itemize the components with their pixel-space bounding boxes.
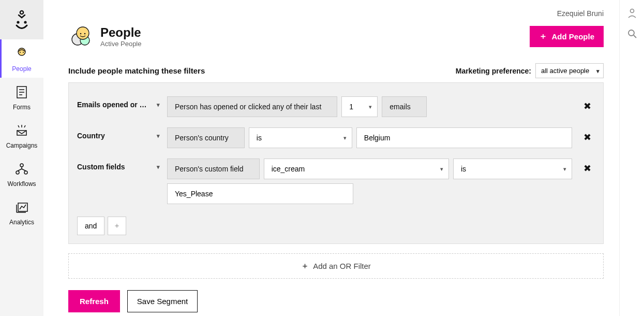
filter-group: Emails opened or cli… ▾ Person has opene… [68,82,604,244]
filter-attribute: Person's custom field [167,159,260,179]
svg-point-27 [84,33,86,35]
sidebar-item-label: Forms [13,104,31,111]
analytics-icon [13,199,30,216]
and-filter-button[interactable]: and [77,217,104,235]
svg-line-13 [24,125,25,127]
add-or-filter-button[interactable]: ＋ Add an OR Filter [68,253,604,279]
filter-count-select[interactable]: 1 [341,96,378,117]
remove-filter-button[interactable]: ✖ [579,159,595,174]
forms-icon [13,84,30,100]
filter-value-input[interactable]: Belgium [356,127,572,148]
marketing-pref-label: Marketing preference: [456,67,531,75]
workflows-icon [13,161,30,177]
main-content: Ezequiel Bruni People Active People [43,0,619,316]
sidebar-item-label: People [12,65,31,73]
svg-line-11 [18,125,19,127]
svg-point-1 [17,21,19,23]
chevron-down-icon: ▾ [157,102,160,108]
svg-line-18 [18,169,22,171]
filters-heading: Include people matching these filters [68,66,205,75]
svg-point-4 [20,52,21,53]
filter-description: Person has opened or clicked any of thei… [167,96,337,117]
remove-filter-button[interactable]: ✖ [579,96,595,112]
campaigns-icon [13,122,30,139]
filter-attribute: Person's country [167,127,245,148]
add-and-filter-button[interactable]: ＋ [108,217,126,235]
svg-line-19 [22,169,26,171]
filter-value-input[interactable]: Yes_Please [167,183,353,204]
svg-point-15 [16,171,19,174]
profile-icon[interactable] [626,7,638,19]
filter-type-select[interactable]: Country ▾ [77,127,160,140]
app-logo[interactable] [0,0,43,39]
page-subtitle: Active People [100,40,142,48]
sidebar-item-label: Campaigns [6,142,38,149]
svg-point-14 [20,164,23,167]
svg-point-25 [77,27,89,39]
svg-point-26 [80,33,82,35]
chevron-down-icon: ▾ [157,133,160,139]
remove-filter-button[interactable]: ✖ [579,127,595,143]
filter-row-custom-field: Custom fields ▾ Person's custom field ic… [77,153,595,209]
right-rail [619,0,644,316]
custom-field-select[interactable]: ice_cream [264,159,449,179]
chevron-down-icon: ▾ [157,164,160,170]
sidebar-item-people[interactable]: People [0,39,43,78]
filter-unit: emails [382,96,426,117]
marketing-pref-select[interactable]: all active people [535,63,604,78]
sidebar-item-analytics[interactable]: Analytics [0,193,43,231]
svg-point-2 [24,21,26,23]
current-user-name[interactable]: Ezequiel Bruni [557,9,604,18]
add-people-button[interactable]: ＋ Add People [530,26,604,47]
sidebar-item-campaigns[interactable]: Campaigns [0,116,43,154]
sidebar: People Forms Campaigns Workflows Analyti… [0,0,43,316]
filter-row-emails: Emails opened or cli… ▾ Person has opene… [77,91,595,122]
search-icon[interactable] [626,28,638,39]
people-icon [13,46,30,62]
svg-point-0 [20,11,23,14]
sidebar-item-forms[interactable]: Forms [0,78,43,116]
sidebar-item-workflows[interactable]: Workflows [0,154,43,193]
filter-operator-select[interactable]: is [453,159,572,179]
filter-type-select[interactable]: Custom fields ▾ [77,159,160,171]
plus-icon: ＋ [301,261,309,271]
add-people-label: Add People [551,32,594,41]
sidebar-item-label: Analytics [9,219,34,226]
svg-point-29 [628,30,634,36]
filter-row-country: Country ▾ Person's country is Belgium ✖ [77,122,595,153]
sidebar-item-label: Workflows [7,180,36,188]
refresh-button[interactable]: Refresh [68,290,120,312]
people-header-icon [68,24,93,49]
page-title: People [100,25,142,40]
svg-point-5 [23,52,24,53]
save-segment-button[interactable]: Save Segment [127,290,198,312]
plus-icon: ＋ [539,32,547,40]
filter-type-select[interactable]: Emails opened or cli… ▾ [77,96,160,109]
svg-point-28 [630,9,634,13]
svg-point-16 [24,171,27,174]
filter-operator-select[interactable]: is [249,127,352,148]
svg-line-30 [634,35,636,38]
